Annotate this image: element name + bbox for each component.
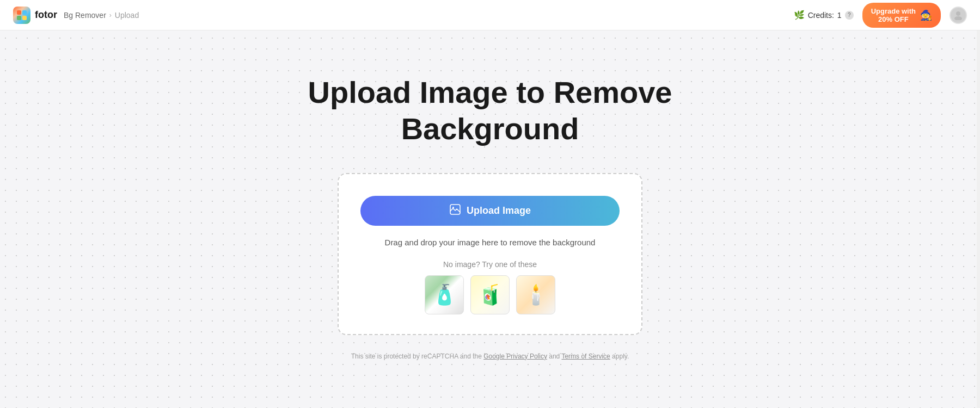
logo-text: fotor [35, 9, 57, 21]
footer-and: and [549, 353, 560, 360]
fotor-logo-icon [13, 7, 30, 24]
credits-count: 1 [837, 11, 842, 20]
main-content: Upload Image to Remove Background Upload… [0, 30, 980, 382]
svg-rect-3 [22, 16, 27, 20]
sample-image-2[interactable] [470, 275, 510, 314]
breadcrumb: Bg Remover › Upload [64, 11, 139, 20]
upload-button-label: Upload Image [467, 205, 531, 217]
sample-image-1[interactable] [425, 275, 464, 314]
page-title: Upload Image to Remove Background [299, 74, 681, 147]
footer-suffix: apply. [612, 353, 629, 360]
avatar[interactable] [950, 7, 967, 24]
credits-info-icon[interactable]: ? [845, 11, 854, 20]
breadcrumb-separator: › [109, 11, 112, 19]
upload-zone[interactable]: Upload Image Drag and drop your image he… [338, 173, 642, 335]
leaf-icon: 🌿 [794, 10, 805, 20]
sample-image-3[interactable] [516, 275, 555, 314]
header: fotor Bg Remover › Upload 🌿 Credits: 1 ?… [0, 0, 980, 30]
footer-prefix: This site is protected by reCAPTCHA and … [351, 353, 482, 360]
drag-drop-text: Drag and drop your image here to remove … [385, 237, 596, 249]
svg-point-4 [956, 11, 960, 16]
header-left: fotor Bg Remover › Upload [13, 7, 139, 24]
upload-icon [449, 203, 461, 218]
scrollbar-track[interactable] [977, 0, 980, 408]
credits-label: Credits: [808, 11, 834, 20]
svg-rect-0 [17, 10, 21, 15]
svg-point-5 [954, 16, 962, 20]
upgrade-label: Upgrade with20% OFF [871, 7, 916, 23]
witch-hat-icon: 🧙 [920, 9, 932, 21]
breadcrumb-current: Upload [115, 11, 139, 20]
svg-rect-2 [17, 16, 21, 20]
credits-area: 🌿 Credits: 1 ? [794, 10, 854, 20]
no-image-text: No image? Try one of these [443, 260, 537, 269]
header-right: 🌿 Credits: 1 ? Upgrade with20% OFF 🧙 [794, 3, 967, 28]
breadcrumb-main: Bg Remover [64, 11, 106, 20]
sample-images-area: No image? Try one of these [360, 260, 620, 314]
upload-button[interactable]: Upload Image [360, 196, 620, 226]
svg-rect-1 [22, 10, 27, 15]
logo[interactable]: fotor [13, 7, 57, 24]
sample-thumbnails [425, 275, 555, 314]
terms-link[interactable]: Terms of Service [561, 353, 610, 360]
upgrade-button[interactable]: Upgrade with20% OFF 🧙 [862, 3, 941, 28]
footer-text: This site is protected by reCAPTCHA and … [351, 353, 629, 360]
privacy-policy-link[interactable]: Google Privacy Policy [483, 353, 547, 360]
